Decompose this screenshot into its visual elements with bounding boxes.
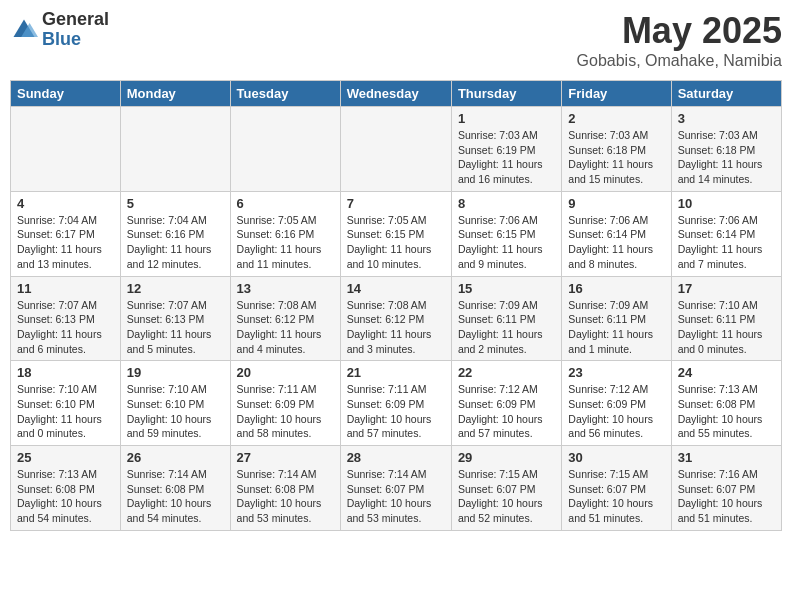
calendar-cell: 14Sunrise: 7:08 AM Sunset: 6:12 PM Dayli…: [340, 276, 451, 361]
day-number: 14: [347, 281, 445, 296]
day-number: 30: [568, 450, 664, 465]
day-info: Sunrise: 7:03 AM Sunset: 6:18 PM Dayligh…: [568, 128, 664, 187]
day-number: 26: [127, 450, 224, 465]
day-info: Sunrise: 7:06 AM Sunset: 6:14 PM Dayligh…: [568, 213, 664, 272]
calendar-cell: 21Sunrise: 7:11 AM Sunset: 6:09 PM Dayli…: [340, 361, 451, 446]
calendar-table: SundayMondayTuesdayWednesdayThursdayFrid…: [10, 80, 782, 531]
calendar-cell: 5Sunrise: 7:04 AM Sunset: 6:16 PM Daylig…: [120, 191, 230, 276]
calendar-cell: 30Sunrise: 7:15 AM Sunset: 6:07 PM Dayli…: [562, 446, 671, 531]
day-number: 19: [127, 365, 224, 380]
day-info: Sunrise: 7:06 AM Sunset: 6:14 PM Dayligh…: [678, 213, 775, 272]
day-info: Sunrise: 7:13 AM Sunset: 6:08 PM Dayligh…: [678, 382, 775, 441]
calendar-cell: 9Sunrise: 7:06 AM Sunset: 6:14 PM Daylig…: [562, 191, 671, 276]
day-info: Sunrise: 7:04 AM Sunset: 6:16 PM Dayligh…: [127, 213, 224, 272]
day-number: 15: [458, 281, 555, 296]
logo-blue: Blue: [42, 30, 109, 50]
day-info: Sunrise: 7:05 AM Sunset: 6:16 PM Dayligh…: [237, 213, 334, 272]
day-number: 20: [237, 365, 334, 380]
calendar-cell: 4Sunrise: 7:04 AM Sunset: 6:17 PM Daylig…: [11, 191, 121, 276]
day-info: Sunrise: 7:11 AM Sunset: 6:09 PM Dayligh…: [347, 382, 445, 441]
day-number: 13: [237, 281, 334, 296]
calendar-week-2: 4Sunrise: 7:04 AM Sunset: 6:17 PM Daylig…: [11, 191, 782, 276]
day-number: 10: [678, 196, 775, 211]
day-number: 23: [568, 365, 664, 380]
calendar-cell: 11Sunrise: 7:07 AM Sunset: 6:13 PM Dayli…: [11, 276, 121, 361]
calendar-cell: 12Sunrise: 7:07 AM Sunset: 6:13 PM Dayli…: [120, 276, 230, 361]
day-number: 9: [568, 196, 664, 211]
calendar-cell: 18Sunrise: 7:10 AM Sunset: 6:10 PM Dayli…: [11, 361, 121, 446]
day-info: Sunrise: 7:13 AM Sunset: 6:08 PM Dayligh…: [17, 467, 114, 526]
calendar-cell: 13Sunrise: 7:08 AM Sunset: 6:12 PM Dayli…: [230, 276, 340, 361]
calendar-cell: 17Sunrise: 7:10 AM Sunset: 6:11 PM Dayli…: [671, 276, 781, 361]
day-info: Sunrise: 7:07 AM Sunset: 6:13 PM Dayligh…: [17, 298, 114, 357]
day-header-sunday: Sunday: [11, 81, 121, 107]
calendar-cell: 31Sunrise: 7:16 AM Sunset: 6:07 PM Dayli…: [671, 446, 781, 531]
day-number: 12: [127, 281, 224, 296]
day-info: Sunrise: 7:10 AM Sunset: 6:10 PM Dayligh…: [127, 382, 224, 441]
day-info: Sunrise: 7:09 AM Sunset: 6:11 PM Dayligh…: [568, 298, 664, 357]
day-number: 25: [17, 450, 114, 465]
location: Gobabis, Omahake, Namibia: [577, 52, 782, 70]
day-info: Sunrise: 7:06 AM Sunset: 6:15 PM Dayligh…: [458, 213, 555, 272]
logo-icon: [10, 16, 38, 44]
day-header-tuesday: Tuesday: [230, 81, 340, 107]
day-info: Sunrise: 7:10 AM Sunset: 6:10 PM Dayligh…: [17, 382, 114, 441]
day-number: 7: [347, 196, 445, 211]
calendar-cell: 1Sunrise: 7:03 AM Sunset: 6:19 PM Daylig…: [451, 107, 561, 192]
logo: General Blue: [10, 10, 109, 50]
calendar-cell: 25Sunrise: 7:13 AM Sunset: 6:08 PM Dayli…: [11, 446, 121, 531]
calendar-cell: [11, 107, 121, 192]
day-info: Sunrise: 7:12 AM Sunset: 6:09 PM Dayligh…: [458, 382, 555, 441]
day-number: 4: [17, 196, 114, 211]
day-info: Sunrise: 7:08 AM Sunset: 6:12 PM Dayligh…: [237, 298, 334, 357]
day-number: 28: [347, 450, 445, 465]
day-number: 27: [237, 450, 334, 465]
day-info: Sunrise: 7:07 AM Sunset: 6:13 PM Dayligh…: [127, 298, 224, 357]
day-header-wednesday: Wednesday: [340, 81, 451, 107]
logo-general: General: [42, 10, 109, 30]
day-info: Sunrise: 7:14 AM Sunset: 6:08 PM Dayligh…: [237, 467, 334, 526]
day-number: 18: [17, 365, 114, 380]
calendar-cell: 2Sunrise: 7:03 AM Sunset: 6:18 PM Daylig…: [562, 107, 671, 192]
calendar-week-5: 25Sunrise: 7:13 AM Sunset: 6:08 PM Dayli…: [11, 446, 782, 531]
day-info: Sunrise: 7:14 AM Sunset: 6:07 PM Dayligh…: [347, 467, 445, 526]
day-number: 1: [458, 111, 555, 126]
day-number: 22: [458, 365, 555, 380]
calendar-week-1: 1Sunrise: 7:03 AM Sunset: 6:19 PM Daylig…: [11, 107, 782, 192]
calendar-cell: 27Sunrise: 7:14 AM Sunset: 6:08 PM Dayli…: [230, 446, 340, 531]
day-header-monday: Monday: [120, 81, 230, 107]
title-block: May 2025 Gobabis, Omahake, Namibia: [577, 10, 782, 70]
calendar-cell: 20Sunrise: 7:11 AM Sunset: 6:09 PM Dayli…: [230, 361, 340, 446]
calendar-cell: 8Sunrise: 7:06 AM Sunset: 6:15 PM Daylig…: [451, 191, 561, 276]
calendar-cell: 24Sunrise: 7:13 AM Sunset: 6:08 PM Dayli…: [671, 361, 781, 446]
calendar-cell: 22Sunrise: 7:12 AM Sunset: 6:09 PM Dayli…: [451, 361, 561, 446]
day-number: 17: [678, 281, 775, 296]
day-info: Sunrise: 7:08 AM Sunset: 6:12 PM Dayligh…: [347, 298, 445, 357]
day-number: 16: [568, 281, 664, 296]
day-number: 8: [458, 196, 555, 211]
calendar-cell: 23Sunrise: 7:12 AM Sunset: 6:09 PM Dayli…: [562, 361, 671, 446]
day-info: Sunrise: 7:14 AM Sunset: 6:08 PM Dayligh…: [127, 467, 224, 526]
day-info: Sunrise: 7:04 AM Sunset: 6:17 PM Dayligh…: [17, 213, 114, 272]
day-info: Sunrise: 7:12 AM Sunset: 6:09 PM Dayligh…: [568, 382, 664, 441]
day-number: 11: [17, 281, 114, 296]
logo-text: General Blue: [42, 10, 109, 50]
calendar-cell: [230, 107, 340, 192]
day-header-friday: Friday: [562, 81, 671, 107]
calendar-week-4: 18Sunrise: 7:10 AM Sunset: 6:10 PM Dayli…: [11, 361, 782, 446]
day-info: Sunrise: 7:03 AM Sunset: 6:19 PM Dayligh…: [458, 128, 555, 187]
day-info: Sunrise: 7:10 AM Sunset: 6:11 PM Dayligh…: [678, 298, 775, 357]
calendar-cell: 3Sunrise: 7:03 AM Sunset: 6:18 PM Daylig…: [671, 107, 781, 192]
calendar-cell: [340, 107, 451, 192]
calendar-cell: 19Sunrise: 7:10 AM Sunset: 6:10 PM Dayli…: [120, 361, 230, 446]
calendar-week-3: 11Sunrise: 7:07 AM Sunset: 6:13 PM Dayli…: [11, 276, 782, 361]
day-number: 2: [568, 111, 664, 126]
calendar-cell: 16Sunrise: 7:09 AM Sunset: 6:11 PM Dayli…: [562, 276, 671, 361]
calendar-cell: [120, 107, 230, 192]
day-number: 24: [678, 365, 775, 380]
calendar-cell: 15Sunrise: 7:09 AM Sunset: 6:11 PM Dayli…: [451, 276, 561, 361]
day-info: Sunrise: 7:05 AM Sunset: 6:15 PM Dayligh…: [347, 213, 445, 272]
day-info: Sunrise: 7:11 AM Sunset: 6:09 PM Dayligh…: [237, 382, 334, 441]
day-number: 3: [678, 111, 775, 126]
day-info: Sunrise: 7:03 AM Sunset: 6:18 PM Dayligh…: [678, 128, 775, 187]
